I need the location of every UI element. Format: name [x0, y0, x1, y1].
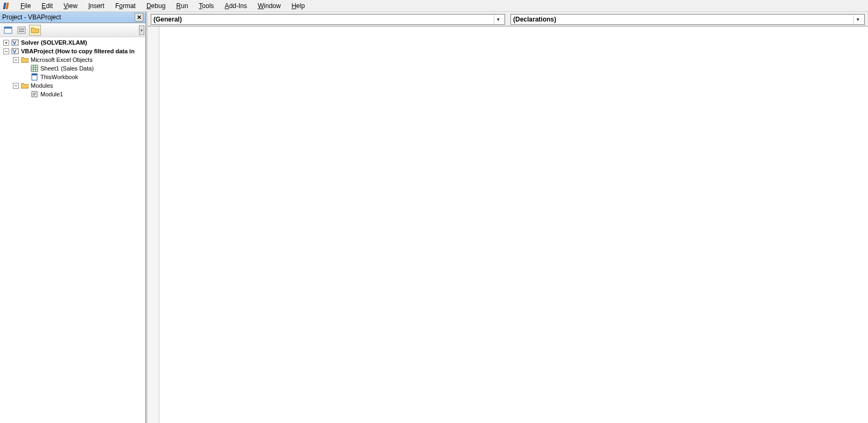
- project-panel-titlebar[interactable]: Project - VBAProject ✕: [0, 12, 145, 23]
- svg-rect-9: [31, 65, 38, 72]
- code-editor[interactable]: [159, 26, 868, 423]
- toggle-folders-button[interactable]: [29, 25, 41, 36]
- menu-addins[interactable]: Add-Ins: [219, 1, 252, 11]
- code-editor-wrap: [148, 26, 868, 423]
- menu-view[interactable]: View: [58, 1, 83, 11]
- close-panel-button[interactable]: ✕: [135, 13, 143, 22]
- object-dropdown[interactable]: (General) ▾: [151, 14, 505, 25]
- project-tree: + Solver (SOLVER.XLAM) − VBAProject (How…: [0, 37, 145, 423]
- expander-icon[interactable]: +: [3, 40, 9, 46]
- procedure-dropdown-value: (Declarations): [513, 16, 556, 23]
- tree-label: Sheet1 (Sales Data): [39, 64, 95, 73]
- project-panel-toolbar: [0, 23, 145, 37]
- menu-help[interactable]: Help: [286, 1, 310, 11]
- tree-node-sheet1[interactable]: Sheet1 (Sales Data): [1, 64, 144, 73]
- svg-rect-0: [3, 3, 6, 9]
- tree-label: VBAProject (How to copy filtered data in: [20, 47, 136, 55]
- object-dropdown-value: (General): [153, 16, 182, 23]
- toolbar-overflow-icon[interactable]: [139, 25, 144, 35]
- menu-window[interactable]: Window: [253, 1, 286, 11]
- tree-node-modules[interactable]: − Modules: [1, 81, 144, 90]
- procedure-dropdown[interactable]: (Declarations) ▾: [510, 14, 865, 25]
- chevron-down-icon: ▾: [494, 15, 502, 24]
- svg-rect-4: [18, 27, 25, 33]
- menubar: File Edit View Insert Format Debug Run T…: [0, 0, 868, 12]
- tree-node-excel-objects[interactable]: − Microsoft Excel Objects: [1, 55, 144, 64]
- code-margin: [148, 26, 159, 423]
- tree-label: Module1: [39, 90, 64, 98]
- menu-debug[interactable]: Debug: [141, 1, 171, 11]
- code-dropdown-bar: (General) ▾ (Declarations) ▾: [148, 12, 868, 26]
- folder-icon: [21, 82, 29, 89]
- menu-file[interactable]: File: [15, 1, 36, 11]
- menu-insert[interactable]: Insert: [83, 1, 110, 11]
- menu-run[interactable]: Run: [171, 1, 193, 11]
- expander-icon[interactable]: −: [3, 48, 9, 54]
- tree-label: Modules: [30, 81, 54, 90]
- spacer: [23, 74, 29, 80]
- expander-icon[interactable]: −: [13, 57, 19, 63]
- menu-tools[interactable]: Tools: [193, 1, 219, 11]
- vba-app-icon: [2, 1, 12, 11]
- folder-icon: [21, 56, 29, 64]
- code-area: (General) ▾ (Declarations) ▾: [146, 12, 868, 423]
- spacer: [23, 91, 29, 97]
- project-panel-title: Project - VBAProject: [2, 13, 61, 21]
- worksheet-icon: [31, 65, 38, 72]
- tree-node-solver[interactable]: + Solver (SOLVER.XLAM): [1, 38, 144, 47]
- spacer: [23, 66, 29, 72]
- chevron-down-icon: ▾: [853, 15, 862, 24]
- tree-node-module1[interactable]: Module1: [1, 90, 144, 98]
- svg-rect-3: [4, 27, 12, 29]
- module-icon: [31, 90, 38, 98]
- vbaproject-icon: [11, 47, 19, 55]
- tree-label: Solver (SOLVER.XLAM): [20, 38, 88, 47]
- tree-label: ThisWorkbook: [39, 73, 79, 81]
- vbaproject-icon: [11, 39, 19, 46]
- menu-edit[interactable]: Edit: [36, 1, 58, 11]
- main-area: Project - VBAProject ✕ + Solver (SOLVE: [0, 12, 868, 423]
- svg-rect-5: [19, 29, 24, 30]
- view-code-button[interactable]: [2, 25, 14, 36]
- tree-node-thisworkbook[interactable]: ThisWorkbook: [1, 73, 144, 81]
- tree-label: Microsoft Excel Objects: [30, 55, 94, 64]
- expander-icon[interactable]: −: [13, 83, 19, 89]
- menu-format[interactable]: Format: [110, 1, 141, 11]
- svg-rect-6: [19, 31, 24, 32]
- workbook-icon: [31, 73, 38, 81]
- view-object-button[interactable]: [16, 25, 27, 36]
- svg-rect-1: [6, 3, 9, 9]
- svg-rect-15: [32, 74, 37, 75]
- tree-node-vbaproject[interactable]: − VBAProject (How to copy filtered data …: [1, 47, 144, 55]
- project-explorer-panel: Project - VBAProject ✕ + Solver (SOLVE: [0, 12, 146, 423]
